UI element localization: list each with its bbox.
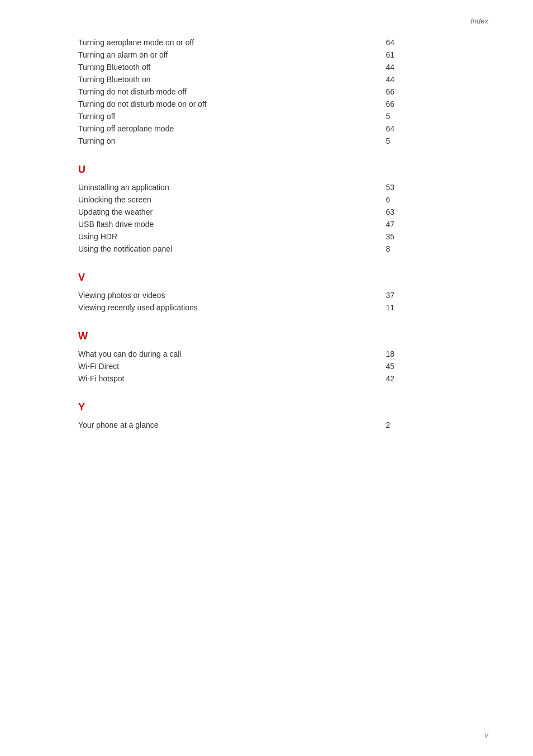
entry-page: 66 <box>386 86 489 98</box>
entry-label: Turning off <box>78 110 386 122</box>
table-row: Turning off aeroplane mode64 <box>78 122 488 135</box>
table-row: Turning Bluetooth on44 <box>78 73 488 86</box>
entry-label: Turning Bluetooth on <box>78 73 386 86</box>
section-letter-u: U <box>78 164 488 176</box>
entry-label: Turning aeroplane mode on or off <box>78 36 386 49</box>
entry-page: 2 <box>386 419 489 431</box>
table-row: Turning Bluetooth off44 <box>78 61 488 73</box>
entry-page: 42 <box>386 372 489 385</box>
entry-label: Turning off aeroplane mode <box>78 122 386 135</box>
entry-page: 63 <box>386 206 489 218</box>
entry-label: Uninstalling an application <box>78 181 386 193</box>
section-v: VViewing photos or videos37Viewing recen… <box>78 272 488 314</box>
entry-page: 61 <box>386 49 489 61</box>
table-row: Turning aeroplane mode on or off64 <box>78 36 488 49</box>
page-container: Index Turning aeroplane mode on or off64… <box>0 0 533 481</box>
entry-label: Turning an alarm on or off <box>78 49 386 61</box>
entry-page: 66 <box>386 98 489 110</box>
index-sections: Turning aeroplane mode on or off64Turnin… <box>78 36 488 431</box>
section-letter-y: Y <box>78 401 488 413</box>
table-row: Updating the weather63 <box>78 206 488 218</box>
entry-page: 8 <box>386 243 489 255</box>
entry-page: 6 <box>386 193 489 206</box>
table-row: Turning do not disturb mode off66 <box>78 86 488 98</box>
table-row: Turning do not disturb mode on or off66 <box>78 98 488 110</box>
entry-page: 45 <box>386 360 489 372</box>
entry-label: USB flash drive mode <box>78 218 386 230</box>
entry-page: 44 <box>386 73 489 86</box>
index-table-y: Your phone at a glance2 <box>78 419 488 431</box>
page-header: Index <box>78 17 488 25</box>
section-letter-w: W <box>78 330 488 342</box>
section-letter-v: V <box>78 272 488 284</box>
entry-page: 35 <box>386 230 489 243</box>
entry-label: What you can do during a call <box>78 348 386 360</box>
table-row: Turning an alarm on or off61 <box>78 49 488 61</box>
table-row: Unlocking the screen6 <box>78 193 488 206</box>
entry-label: Turning do not disturb mode off <box>78 86 386 98</box>
entry-page: 11 <box>386 301 489 314</box>
table-row: Uninstalling an application53 <box>78 181 488 193</box>
index-table-t: Turning aeroplane mode on or off64Turnin… <box>78 36 488 147</box>
section-w: WWhat you can do during a call18Wi-Fi Di… <box>78 330 488 385</box>
entry-label: Updating the weather <box>78 206 386 218</box>
entry-page: 47 <box>386 218 489 230</box>
entry-label: Unlocking the screen <box>78 193 386 206</box>
entry-page: 44 <box>386 61 489 73</box>
table-row: Using the notification panel8 <box>78 243 488 255</box>
entry-page: 37 <box>386 289 489 301</box>
entry-label: Using the notification panel <box>78 243 386 255</box>
table-row: Turning off5 <box>78 110 488 122</box>
index-table-w: What you can do during a call18Wi-Fi Dir… <box>78 348 488 385</box>
entry-label: Your phone at a glance <box>78 419 386 431</box>
entry-label: Turning on <box>78 135 386 147</box>
table-row: USB flash drive mode47 <box>78 218 488 230</box>
table-row: Using HDR35 <box>78 230 488 243</box>
entry-label: Wi-Fi Direct <box>78 360 386 372</box>
section-y: YYour phone at a glance2 <box>78 401 488 431</box>
section-t: Turning aeroplane mode on or off64Turnin… <box>78 36 488 147</box>
header-label: Index <box>470 17 488 25</box>
entry-page: 18 <box>386 348 489 360</box>
table-row: What you can do during a call18 <box>78 348 488 360</box>
footer-label: v <box>485 731 489 739</box>
entry-label: Viewing photos or videos <box>78 289 386 301</box>
table-row: Wi-Fi Direct45 <box>78 360 488 372</box>
entry-label: Wi-Fi hotspot <box>78 372 386 385</box>
table-row: Viewing photos or videos37 <box>78 289 488 301</box>
entry-label: Turning do not disturb mode on or off <box>78 98 386 110</box>
index-table-u: Uninstalling an application53Unlocking t… <box>78 181 488 255</box>
entry-label: Viewing recently used applications <box>78 301 386 314</box>
entry-label: Turning Bluetooth off <box>78 61 386 73</box>
entry-page: 64 <box>386 122 489 135</box>
entry-page: 64 <box>386 36 489 49</box>
table-row: Viewing recently used applications11 <box>78 301 488 314</box>
index-table-v: Viewing photos or videos37Viewing recent… <box>78 289 488 314</box>
page-footer: v <box>485 731 489 739</box>
table-row: Wi-Fi hotspot42 <box>78 372 488 385</box>
entry-page: 5 <box>386 110 489 122</box>
entry-label: Using HDR <box>78 230 386 243</box>
section-u: UUninstalling an application53Unlocking … <box>78 164 488 255</box>
table-row: Turning on5 <box>78 135 488 147</box>
table-row: Your phone at a glance2 <box>78 419 488 431</box>
entry-page: 53 <box>386 181 489 193</box>
entry-page: 5 <box>386 135 489 147</box>
